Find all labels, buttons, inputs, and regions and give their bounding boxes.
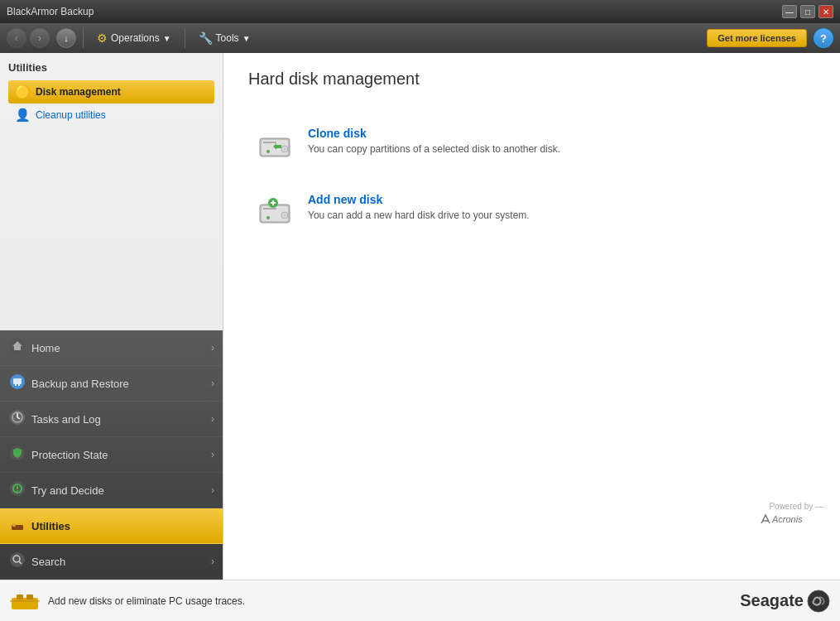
close-button[interactable]: ✕ [818,5,833,18]
bottom-nav: Home › Backup and Restore › Tasks and Lo… [0,330,223,580]
operations-menu-button[interactable]: ⚙ Operations ▼ [90,28,178,48]
svg-point-24 [266,150,270,153]
nav-home-arrow: › [211,342,214,354]
nav-item-tasks-log[interactable]: Tasks and Log › [0,402,223,437]
cleanup-icon: 👤 [15,108,31,123]
toolbar-right: Get more licenses ? [707,28,833,48]
nav-item-home[interactable]: Home › [0,330,223,366]
titlebar-title: BlackArmor Backup [7,6,94,17]
clone-disk-text: Clone disk You can copy partitions of a … [308,127,560,155]
tools-dropdown-icon: ▼ [242,34,251,43]
nav-item-search[interactable]: Search › [0,544,223,580]
tasks-icon [10,410,25,428]
help-button[interactable]: ? [814,28,833,48]
nav-search-arrow: › [211,556,214,567]
add-disk-icon [257,193,296,233]
forward-button[interactable]: › [30,28,50,48]
app-title: BlackArmor Backup [7,6,94,17]
get-licenses-button[interactable]: Get more licenses [707,29,807,47]
disk-management-icon: 🟡 [15,84,31,99]
powered-by-label: Powered by — [769,502,823,511]
nav-backup-label: Backup and Restore [31,378,129,390]
tools-menu-button[interactable]: 🔧 Tools ▼ [192,28,257,48]
clone-disk-title: Clone disk [308,127,560,140]
tools-icon: 🔧 [199,31,213,45]
search-nav-icon [10,552,25,570]
add-disk-text: Add new disk You can add a new hard disk… [308,193,530,221]
maximize-button[interactable]: □ [800,5,815,18]
sidebar-utilities-section: Utilities 🟡 Disk management 👤 Cleanup ut… [0,53,223,330]
footer-text: Add new disks or eliminate PC usage trac… [48,595,245,607]
toolbar-separator-1 [83,28,84,48]
svg-point-29 [283,214,286,217]
add-disk-title: Add new disk [308,193,530,206]
nav-item-utilities[interactable]: Utilities [0,508,223,544]
content-area: Hard disk management Clone disk You can … [223,53,840,580]
toolbar: ‹ › ↓ ⚙ Operations ▼ 🔧 Tools ▼ Get more … [0,23,840,53]
nav-protection-label: Protection State [31,449,108,461]
svg-rect-21 [263,142,276,143]
svg-rect-27 [263,208,276,209]
home-nav-button[interactable]: ↓ [56,28,76,48]
svg-rect-37 [26,595,33,599]
footer: Add new disks or eliminate PC usage trac… [0,580,840,621]
protection-icon [10,445,25,464]
titlebar-controls: — □ ✕ [782,5,833,18]
toolbar-separator-2 [185,28,185,48]
acronis-logo: Acronis [757,511,823,530]
operations-icon: ⚙ [97,31,108,45]
back-button[interactable]: ‹ [7,28,26,48]
svg-rect-3 [15,384,17,386]
utilities-nav-icon [10,517,25,535]
nav-utilities-label: Utilities [31,520,70,532]
main-layout: Utilities 🟡 Disk management 👤 Cleanup ut… [0,53,840,580]
nav-backup-arrow: › [211,378,214,389]
footer-toolbox-icon [10,586,40,616]
backup-icon [10,374,25,392]
powered-by-section: Powered by — Acronis [757,502,823,530]
titlebar: BlackArmor Backup — □ ✕ [0,0,840,23]
minimize-button[interactable]: — [782,5,797,18]
sidebar-item-disk-management-label: Disk management [36,86,121,98]
sidebar: Utilities 🟡 Disk management 👤 Cleanup ut… [0,53,223,580]
nav-protection-arrow: › [211,449,214,460]
clone-disk-desc: You can copy partitions of a selected di… [308,143,560,155]
add-disk-desc: You can add a new hard disk drive to you… [308,209,530,221]
nav-item-try-decide[interactable]: Try and Decide › [0,473,223,508]
svg-rect-15 [12,523,16,527]
sidebar-item-cleanup-utilities[interactable]: 👤 Cleanup utilities [8,104,214,127]
seagate-logo: Seagate [740,590,830,613]
page-title: Hard disk management [248,70,815,97]
utilities-heading: Utilities [8,61,214,74]
try-decide-icon [10,481,25,499]
svg-point-16 [10,552,25,567]
nav-item-backup-restore[interactable]: Backup and Restore › [0,366,223,402]
svg-rect-4 [18,384,20,386]
svg-text:Acronis: Acronis [771,514,803,524]
clone-disk-option[interactable]: Clone disk You can copy partitions of a … [248,113,815,180]
nav-try-decide-label: Try and Decide [31,484,104,497]
operations-dropdown-icon: ▼ [163,34,171,43]
nav-item-protection-state[interactable]: Protection State › [0,437,223,473]
svg-rect-35 [12,598,38,609]
clone-disk-icon [257,127,296,166]
nav-home-label: Home [31,342,60,354]
nav-tasks-arrow: › [211,413,214,425]
add-new-disk-option[interactable]: Add new disk You can add a new hard disk… [248,180,815,246]
sidebar-item-cleanup-label: Cleanup utilities [36,109,106,121]
sidebar-item-disk-management[interactable]: 🟡 Disk management [8,80,214,104]
svg-point-30 [266,216,270,219]
svg-point-23 [283,147,286,151]
svg-point-13 [17,490,18,492]
seagate-label: Seagate [740,591,804,610]
svg-point-39 [808,590,829,612]
nav-try-decide-arrow: › [211,484,214,496]
svg-rect-2 [13,378,22,384]
nav-tasks-label: Tasks and Log [31,413,101,426]
svg-rect-36 [17,595,23,599]
nav-search-label: Search [31,556,65,568]
home-icon [10,339,25,357]
